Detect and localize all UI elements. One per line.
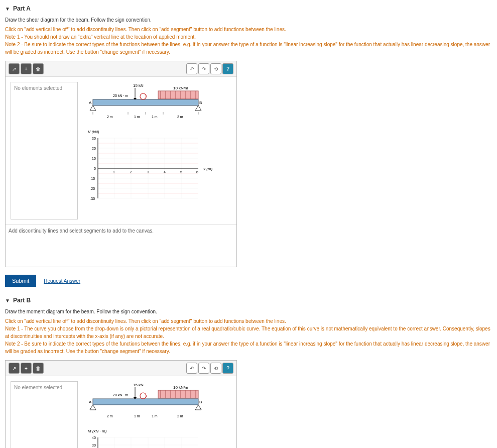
delete-tool[interactable]: 🗑 [33, 363, 44, 374]
beam-diagram: 15 kN 10 kN/m A B 20 kN · m 2 m1 m1 m2 m [83, 82, 213, 127]
svg-text:1 m: 1 m [134, 414, 140, 418]
part-b-note2: Note 2 - Be sure to indicate the correct… [5, 340, 492, 355]
svg-text:30: 30 [92, 443, 96, 447]
svg-text:20 kN · m: 20 kN · m [113, 393, 128, 397]
part-a-note1: Note 1 - You should not draw an "extra" … [5, 33, 492, 41]
svg-text:-30: -30 [90, 197, 95, 200]
xlabel: x (m) [203, 167, 213, 171]
svg-text:1 m: 1 m [152, 115, 158, 119]
part-a-section: ▼ Part A Draw the shear diagram for the … [5, 5, 492, 287]
shear-plot[interactable]: V (kN) 3020100-10-20-30 123456 x (m) [83, 128, 213, 218]
svg-text:2 m: 2 m [177, 414, 183, 418]
svg-text:15 kN: 15 kN [133, 383, 144, 387]
svg-text:-20: -20 [90, 187, 95, 190]
ylabel-moment: M (kN · m) [88, 429, 107, 433]
svg-text:40: 40 [92, 436, 96, 439]
request-answer-a[interactable]: Request Answer [44, 278, 80, 284]
svg-rect-1 [158, 91, 198, 99]
reset-button[interactable]: ⟲ [210, 63, 221, 74]
part-a-intro: Draw the shear diagram for the beam. Fol… [5, 16, 492, 24]
ylabel-shear: V (kN) [88, 130, 99, 134]
svg-text:1 m: 1 m [152, 414, 158, 418]
svg-rect-56 [158, 390, 198, 398]
intro-text: Draw the shear diagram for the beam. Fol… [5, 17, 152, 23]
beam-diagram: 15 kN 10 kN/m AB 20 kN · m 2 m1 m1 m2 m [83, 381, 213, 426]
part-a-collapse[interactable]: ▼ Part A [5, 5, 492, 12]
shear-bottom-toolbar: Add discontinuity lines and select segme… [6, 225, 236, 237]
svg-text:5: 5 [180, 170, 182, 174]
shear-panel: ↗ + 🗑 ↶ ↷ ⟲ ? No elements selected 15 kN… [5, 61, 237, 267]
part-a-title: Part A [13, 5, 31, 12]
svg-text:1: 1 [113, 170, 115, 174]
svg-text:6: 6 [196, 170, 198, 174]
add-tool[interactable]: + [21, 63, 32, 74]
svg-text:10: 10 [92, 157, 96, 160]
svg-text:A: A [89, 400, 92, 404]
moment-label: 20 kN · m [113, 94, 128, 97]
part-b-section: ▼ Part B Draw the moment diagram for the… [5, 297, 492, 448]
chevron-down-icon: ▼ [5, 298, 10, 303]
part-b-intro: Draw the moment diagram for the beam. Fo… [5, 308, 492, 315]
svg-text:B: B [199, 400, 202, 404]
shear-toolbar: ↗ + 🗑 ↶ ↷ ⟲ ? [6, 61, 236, 77]
add-tool[interactable]: + [21, 363, 32, 374]
part-b-title: Part B [13, 297, 31, 304]
part-b-collapse[interactable]: ▼ Part B [5, 297, 492, 304]
dist-load-label: 10 kN/m [173, 86, 188, 90]
svg-text:2: 2 [130, 170, 132, 174]
moment-panel: ↗ + 🗑 ↶ ↷ ⟲ ? No elements selected 15 kN… [5, 360, 237, 448]
part-a-note2: Note 2 - Be sure to indicate the correct… [5, 41, 492, 56]
help-button[interactable]: ? [222, 63, 233, 74]
redo-button[interactable]: ↷ [198, 363, 209, 374]
svg-text:4: 4 [164, 170, 166, 174]
submit-button-a[interactable]: Submit [5, 275, 36, 287]
point-load-label: 15 kN [133, 83, 144, 88]
undo-button[interactable]: ↶ [186, 363, 197, 374]
svg-text:20: 20 [92, 147, 96, 150]
delete-tool[interactable]: 🗑 [33, 63, 44, 74]
svg-rect-10 [93, 99, 198, 105]
help-button[interactable]: ? [222, 363, 233, 374]
part-b-line1: Click on "add vertical line off" to add … [5, 317, 492, 325]
selection-info: No elements selected [11, 381, 78, 448]
moment-toolbar: ↗ + 🗑 ↶ ↷ ⟲ ? [6, 361, 236, 376]
svg-text:2 m: 2 m [107, 414, 113, 418]
support-a-label: A [89, 100, 92, 105]
redo-button[interactable]: ↷ [198, 63, 209, 74]
svg-point-11 [140, 93, 146, 99]
svg-text:1 m: 1 m [134, 115, 140, 119]
part-a-line1: Click on "add vertical line off" to add … [5, 26, 492, 33]
svg-text:2 m: 2 m [177, 115, 183, 119]
support-b-label: B [199, 100, 202, 105]
part-b-note1: Note 1 - The curve you choose from the d… [5, 325, 492, 340]
svg-text:10 kN/m: 10 kN/m [173, 385, 188, 390]
svg-text:30: 30 [92, 137, 96, 140]
svg-text:2 m: 2 m [107, 115, 113, 119]
moment-plot[interactable]: M (kN · m) 403020100-10-20-30-40 123456 … [83, 427, 213, 448]
svg-point-68 [140, 393, 146, 399]
pointer-tool[interactable]: ↗ [9, 363, 20, 374]
chevron-down-icon: ▼ [5, 6, 10, 12]
selection-info: No elements selected [11, 82, 78, 219]
svg-text:-10: -10 [90, 177, 95, 180]
undo-button[interactable]: ↶ [186, 63, 197, 74]
svg-rect-65 [93, 399, 198, 405]
pointer-tool[interactable]: ↗ [9, 63, 20, 74]
svg-text:3: 3 [147, 170, 149, 174]
reset-button[interactable]: ⟲ [210, 363, 221, 374]
svg-text:0: 0 [94, 167, 96, 170]
